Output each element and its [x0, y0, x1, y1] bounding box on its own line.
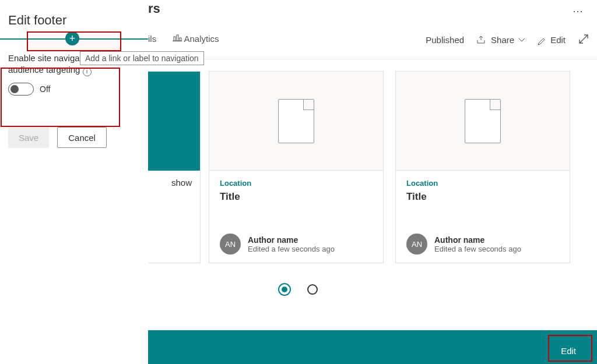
- svg-rect-1: [174, 37, 175, 41]
- card-timestamp: Edited a few seconds ago: [434, 245, 521, 253]
- expand-icon: [578, 34, 589, 44]
- save-button: Save: [8, 127, 49, 148]
- edit-button[interactable]: Edit: [538, 35, 566, 45]
- news-card-partial[interactable]: show: [148, 71, 201, 263]
- audience-targeting-label-line2: audience targeting: [8, 65, 80, 75]
- author-name: Author name: [434, 235, 521, 245]
- card-location: Location: [220, 179, 373, 188]
- share-icon: [477, 36, 486, 44]
- card-title: Title: [406, 191, 559, 203]
- more-actions-button[interactable]: ⋯: [573, 5, 584, 17]
- svg-rect-3: [180, 38, 181, 41]
- pencil-icon: [538, 36, 546, 44]
- card-image-teal: [148, 72, 200, 171]
- cancel-button[interactable]: Cancel: [57, 127, 107, 148]
- expand-button[interactable]: [578, 34, 589, 46]
- document-placeholder-icon: [278, 99, 314, 143]
- author-avatar: AN: [406, 234, 427, 255]
- panel-title: Edit footer: [0, 0, 148, 34]
- author-name: Author name: [248, 235, 335, 245]
- tab-fragment[interactable]: ils: [148, 34, 156, 44]
- tab-analytics-label: Analytics: [184, 34, 219, 44]
- share-button[interactable]: Share: [477, 35, 525, 45]
- audience-targeting-toggle[interactable]: [8, 83, 34, 96]
- author-avatar: AN: [220, 234, 241, 255]
- edit-label: Edit: [550, 35, 566, 45]
- svg-rect-2: [177, 35, 178, 41]
- card-timestamp: Edited a few seconds ago: [248, 245, 335, 253]
- carousel-dots: [279, 284, 318, 295]
- card-image-area: [396, 72, 570, 171]
- footer-edit-button[interactable]: Edit: [561, 346, 576, 356]
- card-title: Title: [220, 191, 373, 203]
- status-published: Published: [426, 35, 464, 45]
- analytics-icon: [173, 34, 182, 42]
- tab-analytics[interactable]: Analytics: [173, 34, 219, 44]
- card-location: Location: [406, 179, 559, 188]
- toggle-state-label: Off: [40, 84, 50, 94]
- document-placeholder-icon: [465, 99, 501, 143]
- info-icon[interactable]: i: [83, 68, 92, 76]
- site-footer: [148, 330, 597, 364]
- tooltip-add-link: Add a link or label to navigation: [80, 51, 204, 65]
- share-label: Share: [491, 35, 514, 45]
- card-image-area: [209, 72, 383, 171]
- page-title-fragment: rs: [148, 1, 160, 16]
- carousel-dot-1[interactable]: [279, 284, 290, 295]
- carousel-dot-2[interactable]: [307, 284, 318, 295]
- news-card[interactable]: Location Title AN Author name Edited a f…: [395, 71, 570, 263]
- toggle-knob: [10, 85, 19, 93]
- chevron-down-icon: [519, 38, 525, 42]
- footer-links-divider: +: [0, 38, 148, 40]
- news-card[interactable]: Location Title AN Author name Edited a f…: [209, 71, 384, 263]
- card-partial-text: show: [171, 178, 192, 188]
- add-link-button[interactable]: +: [65, 31, 79, 45]
- plus-icon: +: [69, 33, 76, 44]
